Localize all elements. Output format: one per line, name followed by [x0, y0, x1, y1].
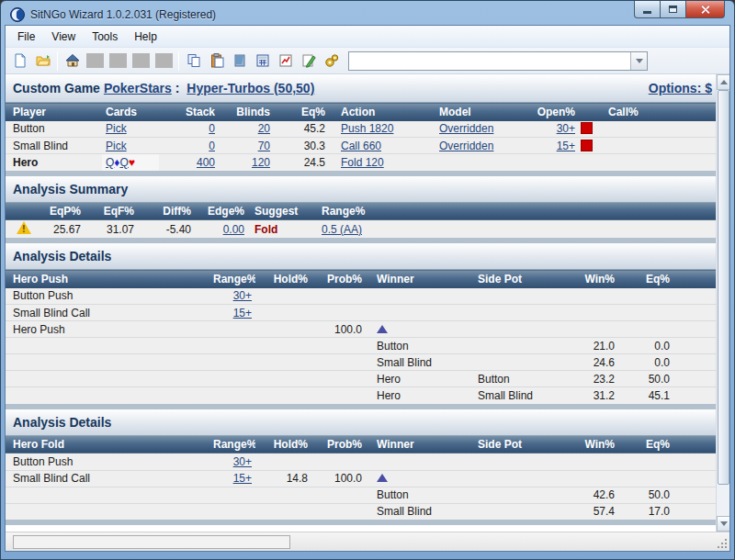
sidepot-value: Small Blind [471, 387, 572, 404]
action-link[interactable]: Fold 120 [341, 156, 384, 169]
blinds-link[interactable]: 120 [252, 156, 270, 169]
site-link[interactable]: PokerStars [104, 81, 172, 95]
hero-card2-link[interactable]: Q [119, 156, 128, 169]
open-folder-icon [36, 53, 51, 68]
section-divider [6, 520, 719, 525]
home-button[interactable] [61, 50, 84, 73]
eqf-value: 31.07 [85, 220, 138, 238]
eq-value: 50.0 [618, 371, 673, 387]
disabled-icon [86, 53, 104, 68]
scroll-down-button[interactable] [717, 516, 729, 532]
col-prob: Prob% [311, 435, 366, 454]
menu-view[interactable]: View [43, 28, 84, 46]
minimize-button[interactable] [634, 1, 661, 18]
win-value: 21.0 [572, 338, 618, 354]
preview-button[interactable] [228, 50, 251, 73]
copy-button[interactable] [182, 50, 205, 73]
col-edge: Edge% [195, 202, 248, 220]
combobox-value [349, 52, 630, 70]
open-range-link[interactable]: 30+ [557, 122, 575, 135]
table-row: Small Blind 24.6 0.0 [6, 354, 719, 371]
menu-help[interactable]: Help [126, 28, 165, 46]
winner-value: Small Blind [366, 354, 471, 371]
disabled-icon [132, 53, 150, 68]
calculator-button[interactable] [251, 50, 274, 73]
title-bar: SitNGo Wizard 1.0.2.031 (Registered) [1, 1, 734, 25]
close-button[interactable] [686, 1, 725, 18]
range-link[interactable]: 0.5 (AA) [322, 223, 362, 236]
combobox-dropdown-button[interactable] [630, 52, 647, 70]
prob-value: 100.0 [311, 470, 366, 487]
disabled-button-3 [130, 50, 153, 73]
collapse-marker-icon[interactable] [377, 325, 388, 333]
stack-link[interactable]: 400 [197, 156, 215, 169]
table-row: Button 42.6 50.0 [6, 487, 719, 503]
toolbar-separator [57, 51, 58, 71]
table-row: Hero Push 100.0 [6, 321, 719, 338]
hero-push-table: Hero Push Range% Hold% Prob% Winner Side… [6, 269, 719, 404]
action-link[interactable]: Push 1820 [341, 122, 393, 135]
app-icon [10, 7, 25, 22]
collapse-marker-icon[interactable] [377, 474, 388, 482]
blinds-link[interactable]: 70 [258, 140, 270, 152]
col-open: Open% [533, 103, 579, 121]
section-title-summary: Analysis Summary [6, 176, 719, 202]
chevron-up-icon [720, 80, 728, 84]
range-link[interactable]: 15+ [233, 472, 252, 485]
paste-button[interactable] [205, 50, 228, 73]
winner-value: Button [366, 338, 471, 354]
table-row: Button 21.0 0.0 [6, 338, 719, 354]
range-swatch[interactable] [581, 140, 593, 151]
table-header-row: Player Cards Stack Blinds Eq% Action Mod… [6, 103, 719, 121]
col-win: Win% [572, 435, 618, 454]
section-title-details-push: Analysis Details [6, 243, 719, 269]
chart-button[interactable] [274, 50, 297, 73]
col-eq: Eq% [618, 435, 673, 454]
resize-grip[interactable] [716, 537, 727, 548]
open-button[interactable] [31, 50, 54, 73]
edge-link[interactable]: 0.00 [223, 223, 244, 236]
table-row: Small Blind Pick 0 70 30.3 Call 660 Over… [6, 138, 719, 154]
scroll-thumb[interactable] [718, 90, 729, 485]
maximize-icon [669, 6, 677, 13]
warning-icon[interactable] [17, 221, 32, 234]
table-row: Hero Button 23.2 50.0 [6, 371, 719, 387]
vertical-scrollbar[interactable] [716, 74, 729, 532]
options-link[interactable]: Options: $ [649, 81, 712, 95]
stack-link[interactable]: 0 [209, 140, 215, 152]
pick-cards-link[interactable]: Pick [106, 122, 127, 135]
action-link[interactable]: Call 660 [341, 140, 381, 152]
col-winner: Winner [366, 435, 471, 454]
table-row: Small Blind 57.4 17.0 [6, 503, 719, 520]
range-swatch[interactable] [581, 122, 593, 134]
table-row: Small Blind Call 15+ [6, 305, 719, 321]
toolbar-combobox[interactable] [348, 51, 648, 71]
range-link[interactable]: 30+ [233, 455, 252, 468]
settings-button[interactable] [320, 50, 343, 73]
model-link[interactable]: Overridden [439, 122, 493, 135]
chevron-down-icon [720, 521, 728, 526]
blinds-link[interactable]: 20 [258, 122, 270, 135]
edit-button[interactable] [297, 50, 320, 73]
heart-suit: ♥ [129, 156, 135, 169]
game-structure-link[interactable]: Hyper-Turbos (50,50) [187, 81, 314, 95]
maximize-button[interactable] [661, 1, 686, 18]
menu-tools[interactable]: Tools [84, 28, 126, 46]
hero-card1-link[interactable]: Q [106, 156, 114, 169]
menu-file[interactable]: File [9, 28, 43, 46]
diff-value: -5.40 [138, 220, 195, 238]
col-eq: Eq% [274, 103, 329, 121]
eq-value: 17.0 [618, 503, 673, 520]
win-value: 23.2 [572, 371, 618, 387]
range-link[interactable]: 30+ [233, 289, 252, 302]
open-range-link[interactable]: 15+ [557, 140, 575, 152]
eq-value: 0.0 [618, 338, 673, 354]
pick-cards-link[interactable]: Pick [106, 140, 127, 152]
stack-link[interactable]: 0 [209, 122, 215, 135]
scroll-up-button[interactable] [717, 74, 729, 90]
toolbar-separator [178, 51, 179, 71]
copy-icon [187, 53, 201, 68]
model-link[interactable]: Overridden [439, 140, 493, 152]
new-document-button[interactable] [8, 50, 31, 73]
range-link[interactable]: 15+ [233, 307, 252, 319]
